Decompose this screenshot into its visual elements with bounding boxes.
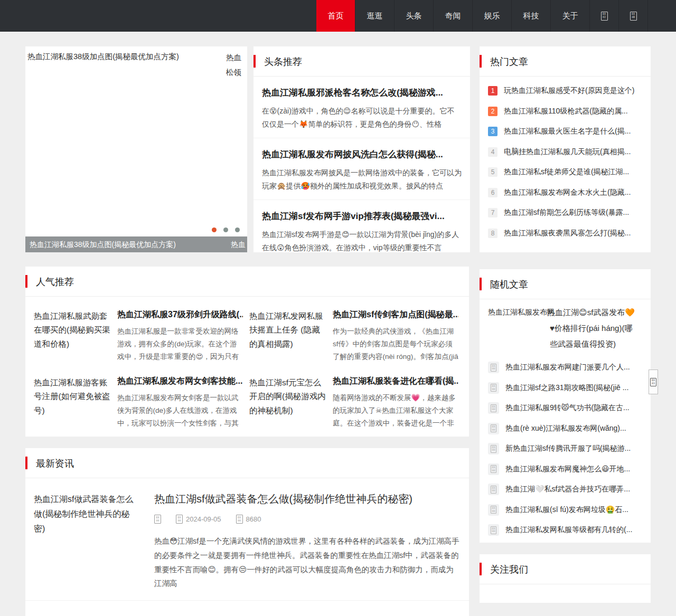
random-article-title: 热血(rè xuè)江湖私服发布网(wǎng)... [505, 424, 626, 433]
tofu-glyph-icon: E8 00 [491, 424, 496, 432]
list-bullet-badge: E8 00 [488, 504, 499, 516]
article-title[interactable]: 热血江湖sf传剑客加点图(揭秘最... [333, 309, 458, 320]
list-bullet-badge: E8 00 [488, 362, 499, 373]
list-bullet-badge: E8 00 [488, 443, 499, 454]
broken-image-alt: 热血江湖sf做武器装备怎么做(揭秘制作绝世神兵的秘密) [34, 492, 139, 591]
article-title[interactable]: 热血江湖私服装备进化在哪看(揭... [333, 376, 458, 387]
rank-badge: 1 [488, 86, 497, 96]
list-bullet-badge: E8 00 [488, 463, 499, 475]
article-title[interactable]: 热血江湖私服37级邪剑升级路线(... [117, 309, 243, 320]
headline-article[interactable]: 热血江湖私服发布网披风洗白怎么获得(揭秘... 热血江湖私服发布网披风是一款网络… [253, 138, 470, 200]
article-title[interactable]: 热血江湖sf做武器装备怎么做(揭秘制作绝世神兵的秘密) [154, 492, 461, 506]
carousel[interactable]: 热血江湖私服38级加点图(揭秘最优加点方案) 热血松领 热血江湖私服38级加点图… [25, 46, 247, 252]
tofu-glyph-icon: E8 00 [491, 506, 496, 514]
random-article-link[interactable]: E8 00 热血(rè xuè)江湖私服发布网(wǎng)... [488, 419, 642, 439]
article-excerpt: 热血江湖私服是一款非常受欢迎的网络游戏，拥有众多的(de)玩家。在这个游戏中，升… [117, 325, 243, 363]
list-bullet-badge: E8 00 [488, 382, 499, 394]
tofu-glyph-icon: E8 00 [491, 526, 496, 534]
section-accent-bar [480, 55, 482, 68]
random-article-link[interactable]: E8 00 热血江湖私服发布网魔神怎么😃开地... [488, 459, 642, 480]
headline-section-title: 头条推荐 [253, 46, 470, 77]
latest-section-title: 最新资讯 [25, 448, 469, 478]
hot-section-title: 热门文章 [480, 46, 651, 77]
random-article-link[interactable]: E8 00 热血江湖私服9转😾气功书(隐藏在古... [488, 398, 642, 419]
popular-article-card[interactable]: 热血江湖私服游客账号注册(如何避免被盗号) 热血江湖私服发布网女剑客技能... … [34, 371, 243, 437]
tofu-glyph-icon: E8 00 [491, 445, 496, 453]
popular-article-content: 热血江湖私服发布网女剑客技能... 热血江湖私服发布网女剑客是一款以武侠为背景的… [117, 376, 243, 430]
rank-badge: 8 [488, 229, 497, 238]
random-article-title: 热血江湖sf之路31期攻略图(揭秘(jiē ... [505, 383, 628, 393]
hot-article-link[interactable]: 5 热血江湖私sf徒弟师父是谁(揭秘江湖... [488, 162, 642, 183]
latest-article[interactable]: 热血江湖私发网私服帮会收人快捷键(神秘技能大揭秘) 热血江湖私发网私服帮会收人快… [25, 601, 469, 616]
side-toolbar-button[interactable]: E8 03 [649, 369, 658, 394]
random-article-link[interactable]: E8 00 热血江湖私服(sī fú)发布网垃圾🤮石... [488, 500, 642, 520]
page: 首页 逛逛 头条 奇闻 娱乐 科技 关于 E8 02 E8 4B 热血江湖私服3… [0, 0, 676, 616]
hot-article-link[interactable]: 7 热血江湖sf前期怎么刷历练等级(暴露... [488, 203, 642, 223]
section-title-text: 最新资讯 [36, 458, 74, 469]
section-title-text: 人气推荐 [36, 277, 74, 287]
follow-section-title: 关注我们 [480, 554, 651, 584]
nav-item-odd-news[interactable]: 奇闻 [434, 0, 473, 32]
carousel-dot-3[interactable] [235, 228, 240, 232]
hot-article-link[interactable]: 2 热血江湖私服110级枪武器(隐藏的属... [488, 101, 642, 122]
rank-badge: 6 [488, 188, 497, 197]
random-article-link[interactable]: E8 00 热血江湖🤍私sf武器合并技巧在哪弄... [488, 479, 642, 500]
headline-article[interactable]: 热血江湖私服邪派枪客名称怎么改(揭秘游戏... 在😵(zài)游戏中，角色的😌名… [253, 77, 470, 138]
latest-news-section: 最新资讯 热血江湖sf做武器装备怎么做(揭秘制作绝世神兵的秘密) 热血江湖sf做… [25, 448, 469, 616]
carousel-dots [212, 228, 240, 232]
section-accent-bar [253, 55, 256, 68]
random-article-title: 热血江湖私服(sī fú)发布网垃圾🤮石... [505, 505, 628, 515]
article-title[interactable]: 热血江湖私服邪派枪客名称怎么改(揭秘游戏... [262, 77, 462, 99]
hot-article-title: 电脑挂热血江湖私服几天能玩(真相揭... [504, 147, 631, 157]
broken-image-alt: 热血江湖sf元宝怎么开启的啊(揭秘游戏内的神秘机制) [249, 376, 326, 430]
carousel-dot-2[interactable] [223, 228, 228, 232]
hot-article-title: 热血江湖私服发布网金木水火土(隐藏... [504, 188, 631, 197]
popular-section-title: 人气推荐 [25, 267, 469, 297]
popular-article-card[interactable]: 热血江湖私服武勋套在哪买的(揭秘购买渠道和价格) 热血江湖私服37级邪剑升级路线… [34, 304, 243, 371]
tofu-glyph-icon: E8 4B [630, 12, 637, 21]
nav-menu: 首页 逛逛 头条 奇闻 娱乐 科技 关于 E8 02 E8 4B [316, 0, 648, 32]
hot-articles-list: 1 玩热血江湖私服感受不好(原因竟是这个) 2 热血江湖私服110级枪武器(隐藏… [480, 77, 651, 243]
carousel-caption-fragment: 热血 [231, 236, 247, 252]
nav-item-tech[interactable]: 科技 [512, 0, 551, 32]
hot-articles-section: 热门文章 1 玩热血江湖私服感受不好(原因竟是这个) 2 热血江湖私服110级枪… [480, 46, 651, 252]
nav-icon-button-2[interactable]: E8 4B [619, 0, 648, 32]
random-article-link[interactable]: E8 00 热血江湖sf之路31期攻略图(揭秘(jiē ... [488, 378, 642, 399]
hot-article-link[interactable]: 1 玩热血江湖私服感受不好(原因竟是这个) [488, 81, 642, 101]
carousel-slide-broken-image-alt: 热血江湖私服38级加点图(揭秘最优加点方案) [27, 51, 202, 63]
section-accent-bar [25, 457, 27, 469]
section-accent-bar [25, 275, 27, 288]
article-title[interactable]: 热血江湖sf发布网手游vip推荐表(揭秘最强vi... [262, 200, 462, 222]
tofu-glyph-icon: E8 00 [491, 384, 496, 392]
carousel-dot-1[interactable] [212, 228, 217, 232]
nav-icon-button-1[interactable]: E8 02 [590, 0, 619, 32]
hot-article-title: 热血江湖私sf徒弟师父是谁(揭秘江湖... [504, 167, 629, 177]
nav-item-headlines[interactable]: 头条 [395, 0, 434, 32]
random-featured-article[interactable]: 热血江湖私服发布网 热血江湖😊sf武器发布🧡 ♥价格排行(pái háng)(哪… [488, 305, 642, 353]
hot-article-link[interactable]: 6 热血江湖私服发布网金木水火土(隐藏... [488, 183, 642, 203]
random-article-link[interactable]: E8 00 新热血江湖sf传腾讯开服了吗(揭秘游... [488, 439, 642, 459]
nav-item-browse[interactable]: 逛逛 [355, 0, 395, 32]
latest-article[interactable]: 热血江湖sf做武器装备怎么做(揭秘制作绝世神兵的秘密) 热血江湖sf做武器装备怎… [25, 478, 469, 601]
headline-article[interactable]: 热血江湖sf发布网手游vip推荐表(揭秘最强vi... 热血江湖sf发布网手游是… [253, 200, 470, 261]
nav-item-home[interactable]: 首页 [316, 0, 355, 32]
hot-article-link[interactable]: 4 电脑挂热血江湖私服几天能玩(真相揭... [488, 142, 642, 163]
random-article-link[interactable]: E8 00 热血江湖私服发布网建门派要几个人... [488, 357, 642, 378]
broken-image-alt: 热血江湖私服游客账号注册(如何避免被盗号) [34, 376, 111, 430]
article-title[interactable]: 热血江湖私服发布网女剑客技能... [117, 376, 243, 387]
tofu-glyph-icon: E8 00 [491, 486, 496, 494]
random-article-link[interactable]: E8 00 热血江湖私发网私服等级都有几转的(... [488, 520, 642, 541]
popular-article-card[interactable]: 热血江湖私发网私服扶摇直上任务 (隐藏的真相揭露) 热血江湖sf传剑客加点图(揭… [249, 304, 458, 371]
hot-article-link[interactable]: 8 热血江湖私服夜袭黑风寨怎么打(揭秘... [488, 223, 642, 244]
nav-item-entertainment[interactable]: 娱乐 [473, 0, 512, 32]
random-article-title: 热血江湖私服9转😾气功书(隐藏在古... [505, 403, 630, 413]
hot-article-link[interactable]: 3 热血江湖私服最火医生名字是什么(揭... [488, 121, 642, 142]
popular-article-card[interactable]: 热血江湖sf元宝怎么开启的啊(揭秘游戏内的神秘机制) 热血江湖私服装备进化在哪看… [249, 371, 458, 437]
nav-item-about[interactable]: 关于 [551, 0, 590, 32]
popular-article-content: 热血江湖sf传剑客加点图(揭秘最... 作为一款经典的武侠游戏，《热血江湖sf传… [333, 309, 458, 363]
carousel-caption[interactable]: 热血江湖私服38级加点图(揭秘最优加点方案) 热血 [25, 236, 247, 252]
author-icon: E8 00 [154, 515, 161, 524]
rank-badge: 4 [488, 147, 497, 157]
article-title[interactable]: 热血江湖私服发布网披风洗白怎么获得(揭秘... [262, 138, 462, 160]
tofu-glyph-icon: E8 02 [601, 12, 608, 21]
